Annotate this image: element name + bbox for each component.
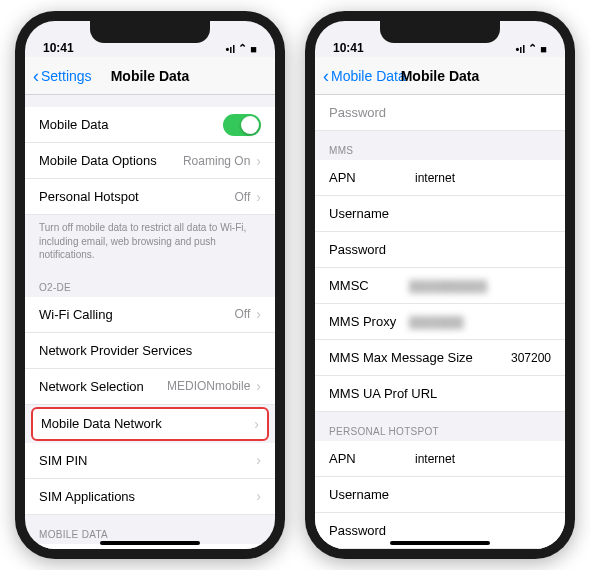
status-right: •ıl ⌃ ■ [225, 42, 257, 55]
label: Password [329, 523, 551, 538]
label: Network Selection [39, 379, 167, 394]
back-button[interactable]: ‹ Settings [33, 67, 92, 85]
label: APN [329, 451, 399, 466]
screen-left: 10:41 •ıl ⌃ ■ ‹ Settings Mobile Data Mob… [25, 21, 275, 549]
label: Personal Hotspot [39, 189, 235, 204]
label: Network Provider Services [39, 343, 261, 358]
signal-icon: •ıl [225, 43, 235, 55]
label: Mobile Data [39, 117, 223, 132]
row-mms-ua-prof[interactable]: MMS UA Prof URL [315, 376, 565, 412]
row-mms-username[interactable]: Username [315, 196, 565, 232]
chevron-icon: › [256, 189, 261, 205]
section-mms: MMS [315, 131, 565, 160]
label: MMS UA Prof URL [329, 386, 551, 401]
content-left[interactable]: Mobile Data Mobile Data Options Roaming … [25, 95, 275, 549]
screen-right: 10:41 •ıl ⌃ ■ ‹ Mobile Data Mobile Data … [315, 21, 565, 549]
chevron-icon: › [256, 153, 261, 169]
value: internet [415, 452, 455, 466]
value: Off [235, 307, 251, 321]
row-ph-apn[interactable]: APN internet [315, 441, 565, 477]
chevron-icon: › [254, 416, 259, 432]
wifi-icon: ⌃ [238, 42, 247, 55]
wifi-icon: ⌃ [528, 42, 537, 55]
row-password-top[interactable]: Password [315, 95, 565, 131]
nav-bar: ‹ Mobile Data Mobile Data [315, 57, 565, 95]
label: MMS Max Message Size [329, 350, 505, 365]
battery-icon: ■ [540, 43, 547, 55]
back-label: Mobile Data [331, 68, 406, 84]
page-title: Mobile Data [401, 68, 480, 84]
phone-right: 10:41 •ıl ⌃ ■ ‹ Mobile Data Mobile Data … [305, 11, 575, 559]
row-network-provider-services[interactable]: Network Provider Services [25, 333, 275, 369]
row-wifi-calling[interactable]: Wi-Fi Calling Off › [25, 297, 275, 333]
label: Password [329, 242, 551, 257]
notch [380, 21, 500, 43]
phone-left: 10:41 •ıl ⌃ ■ ‹ Settings Mobile Data Mob… [15, 11, 285, 559]
value-redacted: ███████ [409, 316, 464, 328]
back-chevron-icon: ‹ [323, 67, 329, 85]
back-label: Settings [41, 68, 92, 84]
content-right[interactable]: Password MMS APN internet Username Passw… [315, 95, 565, 549]
section-mobile-data: MOBILE DATA [25, 515, 275, 544]
home-indicator[interactable] [100, 541, 200, 545]
row-sim-applications[interactable]: SIM Applications › [25, 479, 275, 515]
back-chevron-icon: ‹ [33, 67, 39, 85]
status-right: •ıl ⌃ ■ [515, 42, 547, 55]
chevron-icon: › [256, 488, 261, 504]
back-button[interactable]: ‹ Mobile Data [323, 67, 406, 85]
row-mmsc[interactable]: MMSC ██████████ [315, 268, 565, 304]
row-network-selection[interactable]: Network Selection MEDIONmobile › [25, 369, 275, 405]
status-time: 10:41 [333, 41, 364, 55]
row-mobile-data-network[interactable]: Mobile Data Network › [31, 407, 269, 441]
row-personal-hotspot[interactable]: Personal Hotspot Off › [25, 179, 275, 215]
label: MMS Proxy [329, 314, 399, 329]
notch [90, 21, 210, 43]
home-indicator[interactable] [390, 541, 490, 545]
label: SIM PIN [39, 453, 256, 468]
row-sim-pin[interactable]: SIM PIN › [25, 443, 275, 479]
label: Username [329, 206, 551, 221]
chevron-icon: › [256, 452, 261, 468]
label: Mobile Data Options [39, 153, 183, 168]
row-ph-username[interactable]: Username [315, 477, 565, 513]
row-mms-proxy[interactable]: MMS Proxy ███████ [315, 304, 565, 340]
footer-note: Turn off mobile data to restrict all dat… [25, 215, 275, 268]
row-mms-max-size[interactable]: MMS Max Message Size 307200 [315, 340, 565, 376]
value: Off [235, 190, 251, 204]
label: SIM Applications [39, 489, 256, 504]
row-mobile-data[interactable]: Mobile Data [25, 107, 275, 143]
chevron-icon: › [256, 378, 261, 394]
value: internet [415, 171, 455, 185]
value: Roaming On [183, 154, 250, 168]
value-redacted: ██████████ [409, 280, 487, 292]
toggle-mobile-data[interactable] [223, 114, 261, 136]
label: Password [329, 105, 551, 120]
status-time: 10:41 [43, 41, 74, 55]
nav-bar: ‹ Settings Mobile Data [25, 57, 275, 95]
battery-icon: ■ [250, 43, 257, 55]
label: Wi-Fi Calling [39, 307, 235, 322]
label: Username [329, 487, 551, 502]
label: Mobile Data Network [41, 416, 254, 431]
row-mms-apn[interactable]: APN internet [315, 160, 565, 196]
value: MEDIONmobile [167, 379, 250, 393]
row-mms-password[interactable]: Password [315, 232, 565, 268]
value: 307200 [511, 351, 551, 365]
page-title: Mobile Data [111, 68, 190, 84]
label: APN [329, 170, 399, 185]
chevron-icon: › [256, 306, 261, 322]
row-mobile-data-options[interactable]: Mobile Data Options Roaming On › [25, 143, 275, 179]
label: MMSC [329, 278, 399, 293]
section-personal-hotspot: PERSONAL HOTSPOT [315, 412, 565, 441]
signal-icon: •ıl [515, 43, 525, 55]
section-o2: O2-DE [25, 268, 275, 297]
